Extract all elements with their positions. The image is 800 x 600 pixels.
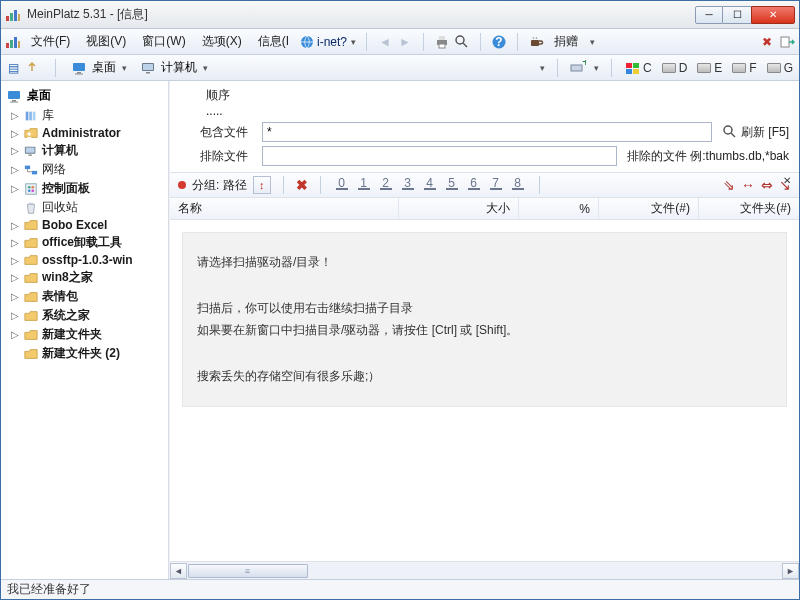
tree-item[interactable]: ▷表情包 [3,287,166,306]
delete-x-icon[interactable]: ✖ [759,34,775,50]
chevron-down-icon[interactable]: ▾ [540,63,545,73]
scroll-right-button[interactable]: ► [782,563,799,579]
tree-item-label: 表情包 [42,288,78,305]
collapse-icon[interactable]: ⇘ [723,177,735,193]
sort-toggle-button[interactable]: ↕ [253,176,271,194]
horizontal-scrollbar[interactable]: ◄ ≡ ► [170,561,799,579]
scroll-left-button[interactable]: ◄ [170,563,187,579]
tree-item[interactable]: ▷计算机 [3,141,166,160]
print-icon[interactable] [434,34,450,50]
menu-donate[interactable]: 捐赠 [548,30,584,53]
depth-step-7[interactable]: 7 [487,176,505,194]
depth-step-3[interactable]: 3 [399,176,417,194]
refresh-folder-icon[interactable] [27,60,43,76]
nav-back-icon[interactable]: ◄ [377,34,393,50]
group-toolbar: 分组: 路径 ↕ ✖ 012345678 ⇘ ↔ ⇔ ↘✕ [170,172,799,198]
minimize-button[interactable]: ─ [695,6,723,24]
expand-icon[interactable]: ▷ [9,291,20,302]
tree-item[interactable]: ▷win8之家 [3,268,166,287]
list-view-icon[interactable]: ▤ [5,60,21,76]
fit-icon[interactable]: ⇔ [761,177,773,193]
tree-item[interactable]: ▷网络 [3,160,166,179]
close-button[interactable]: ✕ [751,6,795,24]
depth-step-1[interactable]: 1 [355,176,373,194]
depth-step-4[interactable]: 4 [421,176,439,194]
expand-icon[interactable]: ▷ [9,164,20,175]
nav-forward-icon[interactable]: ► [397,34,413,50]
tree-item[interactable]: ▷ossftp-1.0.3-win [3,252,166,268]
tree-item[interactable]: ▷office卸载工具 [3,233,166,252]
tree-item[interactable]: 回收站 [3,198,166,217]
svg-line-13 [463,43,467,47]
expand-icon[interactable]: ▷ [9,329,20,340]
tree-item[interactable]: ▷新建文件夹 [3,325,166,344]
expand-icon[interactable]: ▷ [9,272,20,283]
expand-icon[interactable] [9,348,20,359]
help-icon[interactable]: ? [491,34,507,50]
scroll-thumb[interactable]: ≡ [188,564,308,578]
exclude-input[interactable] [262,146,617,166]
maximize-button[interactable]: ☐ [723,6,751,24]
col-files[interactable]: 文件(#) [599,198,699,219]
export-icon[interactable] [779,34,795,50]
tree-root[interactable]: 桌面 [3,85,166,106]
col-name[interactable]: 名称 [170,198,399,219]
menu-inet[interactable]: i-net? ▾ [299,34,356,50]
menu-file[interactable]: 文件(F) [25,30,76,53]
expand-icon[interactable]: ▷ [9,110,20,121]
expand-icon[interactable] [9,202,20,213]
drive-d[interactable]: D [660,61,690,75]
svg-rect-16 [531,40,539,46]
drive-f[interactable]: F [730,61,758,75]
svg-rect-26 [626,63,632,68]
expand-h-icon[interactable]: ↔ [741,177,755,193]
search-icon[interactable] [454,34,470,50]
tree-item[interactable]: ▷Administrator [3,125,166,141]
refresh-button[interactable]: 刷新 [F5] [722,124,789,141]
expand-icon[interactable]: ▷ [9,183,20,194]
col-size[interactable]: 大小 [399,198,519,219]
col-folders[interactable]: 文件夹(#) [699,198,799,219]
sequence-value: ..... [200,104,789,118]
drive-c[interactable]: C [624,61,654,75]
menu-options[interactable]: 选项(X) [196,30,248,53]
expand-icon[interactable]: ▷ [9,145,20,156]
expand-icon[interactable]: ▷ [9,220,20,231]
menu-window[interactable]: 窗口(W) [136,30,191,53]
expand-icon[interactable]: ▷ [9,255,20,266]
drive-plus-icon[interactable]: + [570,60,586,76]
crumb-computer[interactable]: 计算机 ▾ [137,57,212,78]
tree-pane[interactable]: 桌面 ▷库▷Administrator▷计算机▷网络▷控制面板 回收站▷Bobo… [1,81,169,579]
depth-step-0[interactable]: 0 [333,176,351,194]
user-icon [23,126,39,140]
depth-step-6[interactable]: 6 [465,176,483,194]
drive-e[interactable]: E [695,61,724,75]
tree-item[interactable]: ▷Bobo Excel [3,217,166,233]
coffee-icon [528,34,544,50]
scroll-track[interactable]: ≡ [187,563,782,579]
depth-step-2[interactable]: 2 [377,176,395,194]
drive-g[interactable]: G [765,61,795,75]
drive-f-label: F [749,61,756,75]
depth-step-5[interactable]: 5 [443,176,461,194]
svg-rect-23 [146,72,150,74]
menu-info[interactable]: 信息(I [252,30,295,53]
cancel-nav-icon[interactable]: ↘✕ [779,177,791,193]
chevron-down-icon: ▾ [594,63,599,73]
col-percent[interactable]: % [519,198,599,219]
cp-icon [23,182,39,196]
svg-rect-3 [18,14,20,21]
menu-view[interactable]: 视图(V) [80,30,132,53]
location-toolbar: ▤ 桌面 ▾ 计算机 ▾ ▾ + ▾ C D E F G [1,55,799,81]
tree-item[interactable]: ▷系统之家 [3,306,166,325]
tree-item[interactable]: ▷控制面板 [3,179,166,198]
tree-item[interactable]: 新建文件夹 (2) [3,344,166,363]
expand-icon[interactable]: ▷ [9,237,20,248]
tree-item[interactable]: ▷库 [3,106,166,125]
depth-step-8[interactable]: 8 [509,176,527,194]
expand-icon[interactable]: ▷ [9,310,20,321]
expand-icon[interactable]: ▷ [9,128,20,139]
clear-button[interactable]: ✖ [296,177,308,193]
include-input[interactable] [262,122,712,142]
crumb-desktop[interactable]: 桌面 ▾ [68,57,131,78]
